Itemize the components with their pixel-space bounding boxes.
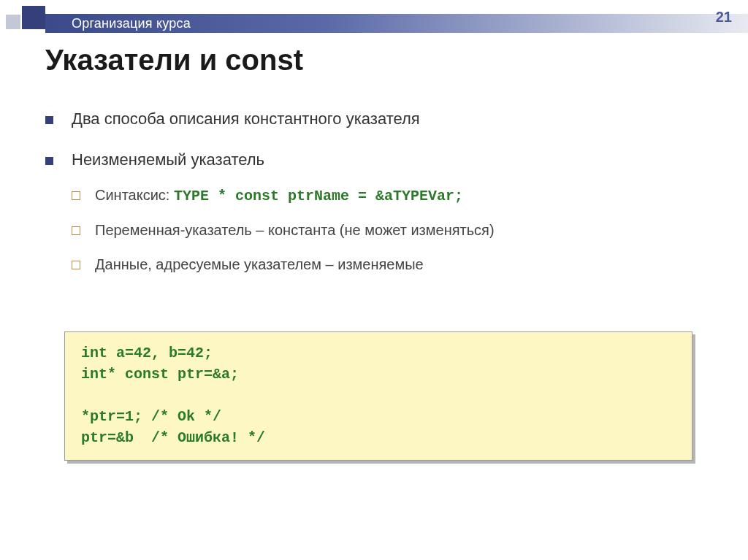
sub-bullet-item: Данные, адресуемые указателем – изменяем… [72, 256, 711, 273]
bullet-text: Два способа описания константного указат… [72, 110, 420, 128]
page-number: 21 [716, 9, 732, 26]
sub-bullet-item: Переменная-указатель – константа (не мож… [72, 222, 711, 239]
sub-bullet-list: Синтаксис: TYPE * const ptrName = &aTYPE… [72, 187, 711, 273]
sub-bullet-item: Синтаксис: TYPE * const ptrName = &aTYPE… [72, 187, 711, 204]
bullet-list: Два способа описания константного указат… [45, 110, 711, 273]
bullet-text: Неизменяемый указатель [72, 150, 264, 169]
sub-bullet-text: Переменная-указатель – константа (не мож… [95, 222, 495, 238]
code-block: int a=42, b=42; int* const ptr=&a; *ptr=… [64, 331, 692, 461]
code-block-wrapper: int a=42, b=42; int* const ptr=&a; *ptr=… [64, 331, 692, 461]
header-bar: Организация курса [45, 14, 748, 33]
content-area: Два способа описания константного указат… [45, 110, 711, 295]
bullet-item: Два способа описания константного указат… [45, 110, 711, 129]
corner-decoration [6, 6, 50, 35]
page-title: Указатели и const [45, 44, 303, 77]
sub-bullet-text: Данные, адресуемые указателем – изменяем… [95, 256, 424, 272]
slide: Организация курса 21 Указатели и const Д… [0, 0, 748, 560]
deco-square-light [6, 15, 20, 29]
deco-square-dark [22, 6, 45, 29]
inline-code: TYPE * const ptrName = &aTYPEVar; [174, 188, 463, 204]
breadcrumb: Организация курса [72, 16, 191, 31]
sub-bullet-text: Синтаксис: [95, 187, 174, 203]
bullet-item: Неизменяемый указатель Синтаксис: TYPE *… [45, 150, 711, 273]
